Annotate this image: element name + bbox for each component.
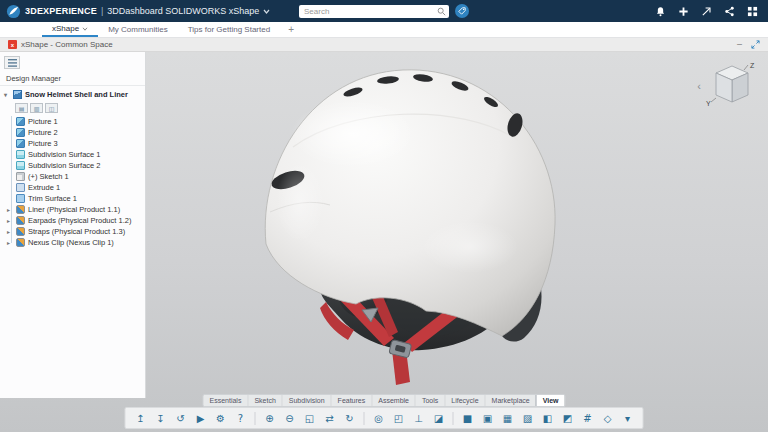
ribbon-tab-assemble[interactable]: Assemble bbox=[372, 395, 416, 406]
list-icon bbox=[8, 59, 17, 67]
tree-row-trim-surface-1[interactable]: Trim Surface 1 bbox=[0, 193, 145, 204]
minimize-button[interactable]: – bbox=[737, 40, 742, 49]
tag-button[interactable] bbox=[455, 4, 469, 18]
tree-row-label: Liner (Physical Product 1.1) bbox=[28, 205, 120, 214]
ribbon-tab-lifecycle[interactable]: Lifecycle bbox=[445, 395, 485, 406]
toolbar-button-section[interactable]: ◧ bbox=[539, 410, 557, 426]
tree-row-subdivision-surface-1[interactable]: Subdivision Surface 1 bbox=[0, 149, 145, 160]
toolbar-separator bbox=[255, 412, 256, 425]
tree-filter-button-2[interactable]: ▥ bbox=[30, 103, 43, 113]
platform-brand-area[interactable]: 3DEXPERIENCE | 3DDashboard SOLIDWORKS xS… bbox=[0, 4, 270, 19]
tree-row-label: Subdivision Surface 1 bbox=[28, 150, 101, 159]
expand-arrow-icon[interactable]: ▸ bbox=[7, 228, 13, 235]
ribbon-tab-subdivision[interactable]: Subdivision bbox=[283, 395, 332, 406]
brand-text: 3DEXPERIENCE bbox=[25, 6, 97, 16]
toolbar-button-ambient-occlusion[interactable]: ◩ bbox=[559, 410, 577, 426]
toolbar-button-import[interactable]: ↧ bbox=[152, 410, 170, 426]
toolbar-button-grid[interactable]: # bbox=[579, 410, 597, 426]
toolbar-button-shaded-edges[interactable]: ▣ bbox=[479, 410, 497, 426]
tab-tips-for-getting-started[interactable]: Tips for Getting Started bbox=[178, 22, 280, 37]
toolbar-button-rotate[interactable]: ↻ bbox=[341, 410, 359, 426]
toolbar-button-perspective[interactable]: ◇ bbox=[599, 410, 617, 426]
add-tab-button[interactable]: + bbox=[280, 22, 302, 37]
add-button[interactable] bbox=[677, 5, 689, 17]
toolbar-button-help[interactable]: ? bbox=[232, 410, 250, 426]
notifications-button[interactable] bbox=[654, 5, 666, 17]
tree-row-nexus-clip[interactable]: ▸ Nexus Clip (Nexus Clip 1) bbox=[0, 237, 145, 248]
search-area bbox=[299, 4, 469, 18]
collaborate-button[interactable] bbox=[723, 5, 735, 17]
ribbon-tab-view[interactable]: View bbox=[537, 395, 565, 406]
tree-row-earpads[interactable]: ▸ Earpads (Physical Product 1.2) bbox=[0, 215, 145, 226]
chevron-down-icon bbox=[263, 9, 270, 14]
search-input[interactable] bbox=[304, 6, 437, 17]
picture-icon bbox=[16, 139, 25, 148]
toolbar-button-wireframe[interactable]: ▦ bbox=[499, 410, 517, 426]
toolbar-button-display-options[interactable]: ▾ bbox=[619, 410, 637, 426]
expand-arrow-icon[interactable]: ▸ bbox=[7, 217, 13, 224]
tree-row-straps[interactable]: ▸ Straps (Physical Product 1.3) bbox=[0, 226, 145, 237]
toolbar-button-play-settings[interactable]: ▶ bbox=[192, 410, 210, 426]
tree-row-label: Subdivision Surface 2 bbox=[28, 161, 101, 170]
search-icon[interactable] bbox=[437, 7, 446, 16]
action-bar-tabs: Essentials Sketch Subdivision Features A… bbox=[202, 394, 565, 407]
tree-row-picture-1[interactable]: Picture 1 bbox=[0, 116, 145, 127]
subdivision-surface-icon bbox=[16, 161, 25, 170]
tab-xshape[interactable]: xShape bbox=[42, 22, 98, 37]
apps-button[interactable] bbox=[746, 5, 758, 17]
tree-row-extrude-1[interactable]: Extrude 1 bbox=[0, 182, 145, 193]
ribbon-tab-essentials[interactable]: Essentials bbox=[203, 395, 248, 406]
search-box bbox=[299, 5, 449, 18]
brand-separator: | bbox=[101, 6, 103, 16]
physical-product-icon bbox=[16, 227, 25, 236]
toolbar-button-iso-view[interactable]: ◪ bbox=[430, 410, 448, 426]
extrude-icon bbox=[16, 183, 25, 192]
ribbon-tab-features[interactable]: Features bbox=[332, 395, 373, 406]
toolbar-button-export[interactable]: ↥ bbox=[132, 410, 150, 426]
toolbar-button-update[interactable]: ↺ bbox=[172, 410, 190, 426]
picture-icon bbox=[16, 117, 25, 126]
toolbar-button-zoom-fit[interactable]: ◱ bbox=[301, 410, 319, 426]
physical-product-icon bbox=[16, 238, 25, 247]
tree-row-label: Picture 1 bbox=[28, 117, 58, 126]
view-cube[interactable]: Z Y bbox=[704, 60, 760, 112]
toolbar-button-normal-to[interactable]: ⊥ bbox=[410, 410, 428, 426]
ribbon-tab-tools[interactable]: Tools bbox=[416, 395, 445, 406]
tree-row-picture-2[interactable]: Picture 2 bbox=[0, 127, 145, 138]
ribbon-tab-marketplace[interactable]: Marketplace bbox=[486, 395, 537, 406]
expand-button[interactable] bbox=[751, 40, 760, 49]
expand-arrow-icon[interactable]: ▸ bbox=[7, 206, 13, 213]
tag-icon bbox=[458, 7, 466, 15]
tree-row-label: Trim Surface 1 bbox=[28, 194, 77, 203]
toolbar-button-center-view[interactable]: ◎ bbox=[370, 410, 388, 426]
tree-row-picture-3[interactable]: Picture 3 bbox=[0, 138, 145, 149]
tree-display-button[interactable] bbox=[4, 56, 20, 69]
physical-product-icon bbox=[16, 205, 25, 214]
tree-root-row[interactable]: ▾ Snow Helmet Shell and Liner bbox=[0, 88, 145, 101]
tree-row-subdivision-surface-2[interactable]: Subdivision Surface 2 bbox=[0, 160, 145, 171]
panel-title: Design Manager bbox=[0, 71, 145, 86]
tree-row-label: Picture 2 bbox=[28, 128, 58, 137]
tree-row-sketch-1[interactable]: (+) Sketch 1 bbox=[0, 171, 145, 182]
tree-filter-button-1[interactable]: ▤ bbox=[15, 103, 28, 113]
tab-my-communities[interactable]: My Communities bbox=[98, 22, 178, 37]
expand-arrow-icon[interactable]: ▸ bbox=[7, 239, 13, 246]
snow-helmet-3d-model[interactable] bbox=[208, 52, 588, 404]
bell-icon bbox=[655, 6, 666, 17]
share-button[interactable] bbox=[700, 5, 712, 17]
ribbon-tab-sketch[interactable]: Sketch bbox=[248, 395, 282, 406]
toolbar-button-zoom-out[interactable]: ⊖ bbox=[281, 410, 299, 426]
toolbar-button-settings-gear[interactable]: ⚙ bbox=[212, 410, 230, 426]
toolbar-button-zoom-in[interactable]: ⊕ bbox=[261, 410, 279, 426]
toolbar-button-shaded[interactable]: ■ bbox=[459, 410, 477, 426]
cube-collapse-button[interactable]: ‹ bbox=[697, 81, 701, 92]
toolbar-button-pan[interactable]: ⇄ bbox=[321, 410, 339, 426]
xshape-app-window: x xShape - Common Space – bbox=[0, 38, 768, 432]
tree-filter-button-3[interactable]: ◫ bbox=[45, 103, 58, 113]
toolbar-button-fit-all[interactable]: ◰ bbox=[390, 410, 408, 426]
tree-row-liner[interactable]: ▸ Liner (Physical Product 1.1) bbox=[0, 204, 145, 215]
toolbar-button-hidden-line[interactable]: ▨ bbox=[519, 410, 537, 426]
tree-row-label: Nexus Clip (Nexus Clip 1) bbox=[28, 238, 114, 247]
collapse-arrow-icon[interactable]: ▾ bbox=[4, 91, 10, 98]
dashboard-tabbar: xShape My Communities Tips for Getting S… bbox=[0, 22, 768, 38]
